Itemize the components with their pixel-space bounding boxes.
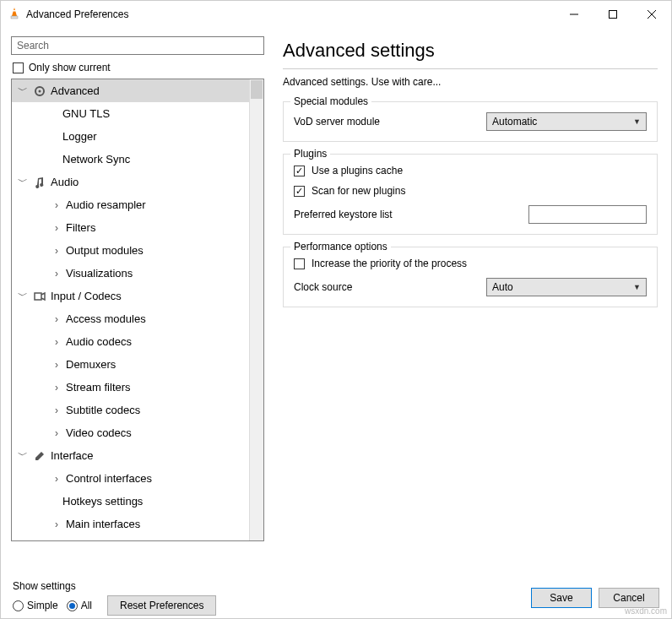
only-show-current-label: Only show current [29,62,111,73]
chevron-right-icon[interactable]: › [51,519,62,530]
close-button[interactable] [632,1,671,28]
tree-item-main-interfaces[interactable]: ›Main interfaces [12,513,249,535]
tree-item-output-modules[interactable]: ›Output modules [12,239,249,262]
tree-item-logger[interactable]: Logger [12,125,249,148]
tree-item-stream-filters[interactable]: ›Stream filters [12,376,249,399]
titlebar: Advanced Preferences [1,1,671,28]
chevron-down-icon[interactable]: ﹀ [17,289,29,303]
tree-item-audio[interactable]: ﹀ Audio [12,171,249,193]
tree-item-input-codecs[interactable]: ﹀ Input / Codecs [12,285,249,307]
tree-item-advanced[interactable]: ﹀ Advanced [12,79,249,102]
window-title: Advanced Preferences [26,8,128,20]
group-legend: Plugins [290,148,330,160]
scrollbar-thumb[interactable] [251,80,263,99]
chevron-down-icon[interactable]: ﹀ [17,84,29,98]
chevron-right-icon[interactable]: › [51,427,62,439]
chevron-right-icon[interactable]: › [51,382,62,394]
tree-label: Advanced [51,84,100,97]
chevron-right-icon[interactable]: › [51,336,62,348]
reset-preferences-button[interactable]: Reset Preferences [107,595,216,616]
tree-item-subtitle-codecs[interactable]: ›Subtitle codecs [12,399,249,421]
group-legend: Performance options [290,241,391,252]
brush-icon [32,449,47,463]
chevron-right-icon[interactable]: › [51,405,62,416]
footer: Show settings Simple All Reset Preferenc… [1,573,671,618]
divider [283,68,658,69]
clock-source-label: Clock source [294,281,486,293]
select-value: Automatic [492,116,537,128]
svg-rect-0 [11,16,18,19]
chevron-right-icon[interactable]: › [51,359,62,371]
only-show-current-checkbox[interactable] [13,62,24,73]
tree-item-audio-codecs[interactable]: ›Audio codecs [12,330,249,353]
tree-item-filters[interactable]: ›Filters [12,216,249,239]
tree-item-gnu-tls[interactable]: GNU TLS [12,102,249,125]
checkbox-label: Increase the priority of the process [312,258,467,269]
radio-dot [67,600,78,611]
svg-rect-8 [35,293,41,300]
scan-new-plugins-checkbox[interactable] [294,186,305,197]
chevron-right-icon[interactable]: › [51,473,62,485]
group-plugins: Plugins Use a plugins cache Scan for new… [283,154,658,235]
checkbox-label: Use a plugins cache [312,165,403,176]
tree-view: ﹀ Advanced GNU TLS Logger Network Sync ﹀… [11,79,264,541]
keystore-label: Preferred keystore list [294,209,528,220]
group-performance: Performance options Increase the priorit… [283,247,658,307]
vod-label: VoD server module [294,116,486,128]
tree-item-hotkeys-settings[interactable]: Hotkeys settings [12,490,249,513]
left-panel: Only show current ﹀ Advanced GNU TLS Log… [1,28,269,573]
save-button[interactable]: Save [531,588,592,608]
chevron-right-icon[interactable]: › [51,313,62,325]
vod-server-select[interactable]: Automatic ▼ [486,112,647,131]
codec-icon [32,290,47,303]
tree-item-network-sync[interactable]: Network Sync [12,148,249,171]
music-note-icon [32,176,47,189]
show-settings-label: Show settings [13,580,216,592]
tree-item-demuxers[interactable]: ›Demuxers [12,353,249,376]
chevron-down-icon: ▼ [633,283,641,291]
watermark: wsxdn.com [625,606,667,616]
chevron-down-icon[interactable]: ﹀ [17,448,29,463]
tree-item-interface[interactable]: ﹀ Interface [12,444,249,467]
keystore-input[interactable] [528,205,647,224]
svg-rect-1 [14,10,16,12]
select-value: Auto [492,281,513,293]
app-icon [8,7,21,23]
increase-priority-checkbox[interactable] [294,258,305,269]
minimize-button[interactable] [555,1,593,28]
chevron-right-icon[interactable]: › [51,199,62,211]
panel-heading: Advanced settings [283,40,658,62]
group-legend: Special modules [290,95,371,107]
-tree-item-control-interfaces[interactable]: ›Control interfaces [12,467,249,490]
chevron-right-icon[interactable]: › [51,268,62,280]
chevron-down-icon: ▼ [633,117,641,126]
chevron-right-icon[interactable]: › [51,245,62,257]
tree-item-video-codecs[interactable]: ›Video codecs [12,421,249,444]
radio-simple[interactable]: Simple [13,600,58,611]
tree-item-access-modules[interactable]: ›Access modules [12,307,249,330]
tree-item-audio-resampler[interactable]: ›Audio resampler [12,193,249,216]
radio-dot [13,600,24,611]
settings-panel: Advanced settings Advanced settings. Use… [269,28,671,573]
chevron-down-icon[interactable]: ﹀ [17,175,29,189]
checkbox-label: Scan for new plugins [312,185,405,197]
cancel-button[interactable]: Cancel [599,588,659,608]
clock-source-select[interactable]: Auto ▼ [486,278,647,296]
use-plugins-cache-checkbox[interactable] [294,166,305,176]
chevron-right-icon[interactable]: › [51,222,62,234]
gear-icon [32,84,47,98]
radio-label: All [81,600,92,611]
search-input[interactable] [11,36,264,55]
svg-point-7 [39,90,41,92]
svg-rect-3 [610,11,617,19]
tree-scrollbar[interactable] [249,79,263,540]
group-special-modules: Special modules VoD server module Automa… [283,101,658,142]
radio-all[interactable]: All [67,600,92,611]
tree-item-visualizations[interactable]: ›Visualizations [12,262,249,285]
radio-label: Simple [27,600,58,611]
maximize-button[interactable] [593,1,632,28]
panel-subtext: Advanced settings. Use with care... [283,76,658,88]
